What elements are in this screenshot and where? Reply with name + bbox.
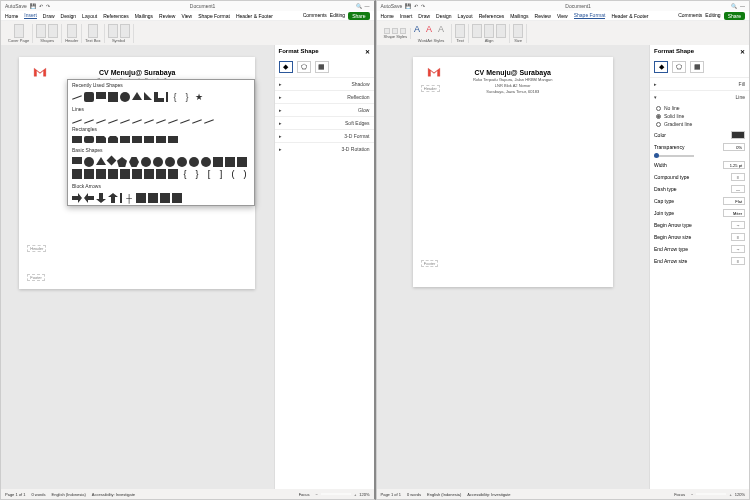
arrow-3[interactable] [96,193,106,203]
status-lang[interactable]: English (Indonesia) [51,492,85,497]
shape-rect-9[interactable] [168,136,178,143]
section-3drotation[interactable]: ▸3-D Rotation [275,142,374,155]
layout-tab-icon[interactable]: ▦ [690,61,704,73]
basic-28[interactable]: ] [216,169,226,179]
close-icon[interactable]: ✕ [365,48,370,55]
save-icon[interactable]: 💾 [405,3,411,9]
zoom-slider[interactable] [696,493,726,495]
section-line[interactable]: ▾Line [650,90,749,103]
effects-tab-icon[interactable]: ⬠ [672,61,686,73]
tab-mailings[interactable]: Mailings [135,13,153,19]
zoom-out-icon[interactable]: − [691,492,693,497]
transparency-input[interactable]: 0% [723,143,745,151]
zoom-value[interactable]: 120% [735,492,745,497]
layout-tab-icon[interactable]: ▦ [315,61,329,73]
basic-10[interactable] [177,157,187,167]
end-arrow-size-dropdown[interactable]: ≡ [731,257,745,265]
tab-design[interactable]: Design [61,13,77,19]
header-icon[interactable] [67,24,77,38]
search-box[interactable]: 🔍 [731,3,737,9]
header-label[interactable]: Header [27,245,46,252]
basic-25[interactable]: { [180,169,190,179]
shape-rect-1[interactable] [72,136,82,143]
basic-13[interactable] [213,157,223,167]
begin-arrow-size-dropdown[interactable]: ≡ [731,233,745,241]
editing-button[interactable]: Editing [330,12,345,20]
tab-home[interactable]: Home [381,13,394,19]
color-picker[interactable] [731,131,745,139]
editing-button[interactable]: Editing [705,12,720,20]
basic-5[interactable] [117,157,127,167]
share-button[interactable]: Share [724,12,745,20]
tab-draw[interactable]: Draw [43,13,55,19]
basic-14[interactable] [225,157,235,167]
shape-right-triangle[interactable] [144,92,152,100]
line-option-gradient[interactable]: Gradient line [656,120,743,128]
basic-2[interactable] [84,157,94,167]
basic-23[interactable] [156,169,166,179]
zoom-out-icon[interactable]: − [316,492,318,497]
basic-1[interactable] [72,157,82,164]
zoom-control[interactable]: − + 120% [691,492,745,497]
section-3dformat[interactable]: ▸3-D Format [275,129,374,142]
begin-arrow-type-dropdown[interactable]: → [731,221,745,229]
tab-design[interactable]: Design [436,13,452,19]
header-label[interactable]: Header [421,85,440,92]
comments-button[interactable]: Comments [678,12,702,20]
section-shadow[interactable]: ▸Shadow [275,77,374,90]
symbol-icon[interactable] [120,24,130,38]
status-focus[interactable]: Focus [674,492,685,497]
effects-tab-icon[interactable]: ⬠ [297,61,311,73]
zoom-control[interactable]: − + 120% [316,492,370,497]
close-icon[interactable]: ✕ [740,48,745,55]
shape-brace-left[interactable]: { [170,92,180,102]
basic-11[interactable] [189,157,199,167]
tab-home[interactable]: Home [5,13,18,19]
tab-references[interactable]: References [103,13,129,19]
canvas[interactable]: CV Menuju@ Surabaya Ruko Terpadu Gapura,… [377,45,650,489]
section-fill[interactable]: ▸Fill [650,77,749,90]
basic-26[interactable]: } [192,169,202,179]
save-icon[interactable]: 💾 [30,3,36,9]
basic-8[interactable] [153,157,163,167]
tab-insert[interactable]: Insert [24,12,37,19]
tab-insert[interactable]: Insert [400,13,413,19]
shape-star[interactable]: ★ [194,92,204,102]
basic-27[interactable]: [ [204,169,214,179]
shape-rect-7[interactable] [144,136,154,143]
arrow-2[interactable] [84,193,94,203]
tab-view[interactable]: View [181,13,192,19]
shape-rect[interactable] [96,92,106,99]
basic-18[interactable] [96,169,106,179]
end-arrow-type-dropdown[interactable]: → [731,245,745,253]
line-option-solid[interactable]: Solid line [656,112,743,120]
wordart-A3[interactable]: A [438,24,448,38]
wrap-icon[interactable] [484,24,494,38]
tab-review[interactable]: Review [535,13,551,19]
textbox-icon[interactable] [88,24,98,38]
tab-layout[interactable]: Layout [82,13,97,19]
page[interactable]: CV Menuju@ Surabaya Ruko Terpadu Gapura,… [413,57,613,287]
arrow-10[interactable] [172,193,182,203]
section-reflection[interactable]: ▸Reflection [275,90,374,103]
join-dropdown[interactable]: Miter [723,209,745,217]
basic-6[interactable] [129,157,139,167]
shape-vbar[interactable] [166,92,168,102]
status-focus[interactable]: Focus [299,492,310,497]
status-page[interactable]: Page 1 of 1 [5,492,25,497]
basic-30[interactable]: ) [240,169,250,179]
line-option-none[interactable]: No line [656,104,743,112]
basic-12[interactable] [201,157,211,167]
shapes-icon[interactable] [48,24,58,38]
text-direction-icon[interactable] [455,24,465,38]
tab-references[interactable]: References [479,13,505,19]
position-icon[interactable] [472,24,482,38]
minimize-icon[interactable]: — [365,3,370,9]
minimize-icon[interactable]: — [740,3,745,9]
status-access[interactable]: Accessibility: Investigate [92,492,135,497]
tab-view[interactable]: View [557,13,568,19]
basic-7[interactable] [141,157,151,167]
shape-rect-3[interactable] [96,136,106,143]
basic-17[interactable] [84,169,94,179]
basic-21[interactable] [132,169,142,179]
